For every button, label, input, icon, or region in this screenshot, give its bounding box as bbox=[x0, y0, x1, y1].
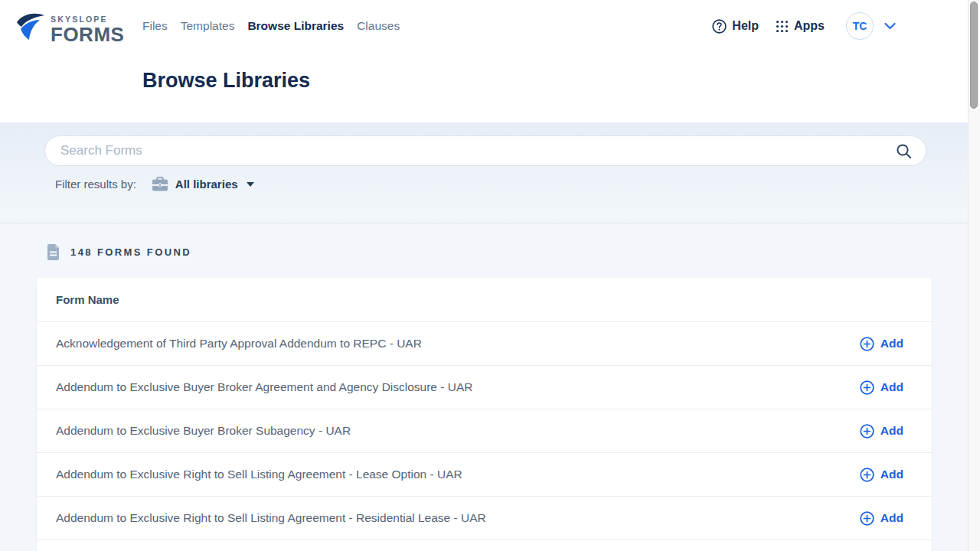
skyslope-swoosh-icon bbox=[15, 11, 46, 43]
nav-item-files[interactable]: Files bbox=[142, 19, 168, 33]
form-name: Addendum to Exclusive Right to Sell List… bbox=[56, 511, 486, 525]
add-label: Add bbox=[880, 511, 903, 525]
nav-item-browse-libraries[interactable]: Browse Libraries bbox=[247, 19, 344, 33]
table-row: Addendum to Exclusive Right to Sell List… bbox=[37, 452, 932, 496]
scrollbar-thumb[interactable] bbox=[970, 2, 978, 109]
results-area: 148 FORMS FOUND Form Name Acknowledgemen… bbox=[0, 223, 980, 551]
header-actions: Help Apps TC bbox=[712, 12, 896, 40]
forms-table: Form Name Acknowledgement of Third Party… bbox=[37, 278, 932, 551]
add-button[interactable]: Add bbox=[860, 424, 903, 439]
briefcase-icon bbox=[152, 177, 168, 191]
search-box bbox=[44, 135, 926, 166]
plus-circle-icon bbox=[860, 337, 874, 351]
help-label: Help bbox=[732, 19, 759, 33]
app-header: SKYSLOPE FORMS FilesTemplatesBrowse Libr… bbox=[0, 0, 980, 122]
scrollbar[interactable] bbox=[968, 0, 980, 551]
add-label: Add bbox=[880, 337, 903, 350]
form-name: Acknowledgement of Third Party Approval … bbox=[56, 337, 422, 350]
add-button[interactable]: Add bbox=[860, 380, 903, 395]
add-label: Add bbox=[880, 424, 903, 438]
search-submit-button[interactable] bbox=[896, 143, 912, 159]
form-name-column-header: Form Name bbox=[56, 293, 119, 306]
results-count-text: 148 FORMS FOUND bbox=[70, 246, 191, 258]
table-row-partial bbox=[37, 540, 932, 551]
document-icon bbox=[47, 244, 60, 260]
skyslope-forms-logo[interactable]: SKYSLOPE FORMS bbox=[15, 11, 124, 44]
plus-circle-icon bbox=[860, 380, 874, 395]
nav-item-clauses[interactable]: Clauses bbox=[357, 19, 400, 33]
form-name: Addendum to Exclusive Right to Sell List… bbox=[56, 468, 462, 481]
plus-circle-icon bbox=[860, 468, 874, 482]
avatar-initials: TC bbox=[853, 20, 867, 32]
page-title: Browse Libraries bbox=[142, 69, 310, 93]
table-body: Acknowledgement of Third Party Approval … bbox=[37, 321, 932, 540]
search-icon bbox=[896, 143, 912, 159]
logo-skyslope: SKYSLOPE bbox=[51, 15, 124, 24]
add-label: Add bbox=[880, 468, 903, 481]
question-circle-icon bbox=[712, 19, 727, 34]
search-section: Filter results by: All libraries bbox=[0, 122, 980, 223]
account-menu-toggle[interactable] bbox=[884, 22, 896, 30]
main-nav: FilesTemplatesBrowse LibrariesClauses bbox=[142, 19, 400, 33]
logo-text: SKYSLOPE FORMS bbox=[51, 11, 124, 44]
help-button[interactable]: Help bbox=[712, 19, 759, 34]
filter-selected-value: All libraries bbox=[175, 178, 238, 191]
caret-down-icon bbox=[247, 182, 254, 187]
table-row: Addendum to Exclusive Buyer Broker Agree… bbox=[37, 365, 932, 409]
nav-item-templates[interactable]: Templates bbox=[181, 19, 235, 33]
form-name: Addendum to Exclusive Buyer Broker Agree… bbox=[56, 380, 472, 394]
apps-label: Apps bbox=[794, 19, 825, 33]
filter-label: Filter results by: bbox=[55, 178, 136, 191]
plus-circle-icon bbox=[860, 424, 874, 439]
form-name: Addendum to Exclusive Buyer Broker Subag… bbox=[56, 424, 351, 438]
table-row: Acknowledgement of Third Party Approval … bbox=[37, 321, 932, 365]
grid-dots-icon bbox=[776, 20, 789, 33]
results-count: 148 FORMS FOUND bbox=[0, 223, 980, 260]
add-label: Add bbox=[880, 380, 903, 394]
plus-circle-icon bbox=[860, 511, 874, 526]
chevron-down-icon bbox=[884, 22, 896, 30]
table-header: Form Name bbox=[37, 278, 932, 321]
filter-row: Filter results by: All libraries bbox=[55, 177, 980, 191]
add-button[interactable]: Add bbox=[860, 337, 903, 351]
add-button[interactable]: Add bbox=[860, 468, 903, 482]
table-row: Addendum to Exclusive Right to Sell List… bbox=[37, 496, 932, 540]
avatar[interactable]: TC bbox=[846, 12, 874, 40]
apps-button[interactable]: Apps bbox=[776, 19, 825, 33]
search-input[interactable] bbox=[60, 143, 896, 158]
add-button[interactable]: Add bbox=[860, 511, 903, 526]
logo-forms: FORMS bbox=[51, 24, 124, 44]
table-row: Addendum to Exclusive Buyer Broker Subag… bbox=[37, 409, 932, 452]
library-filter-dropdown[interactable]: All libraries bbox=[152, 177, 254, 191]
